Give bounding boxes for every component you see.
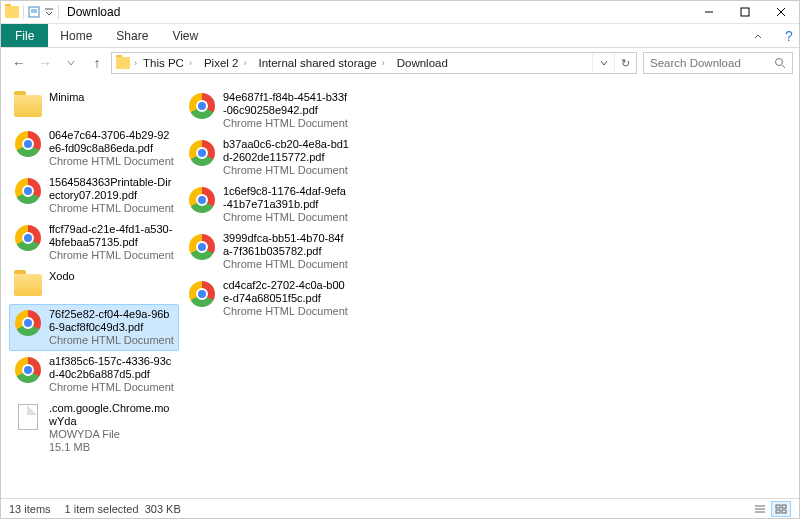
file-type: Chrome HTML Document <box>49 155 175 168</box>
ribbon-tabs: File Home Share View ? <box>1 24 799 48</box>
ribbon-collapse-button[interactable] <box>741 24 775 47</box>
refresh-button[interactable]: ↻ <box>614 53 636 73</box>
help-button[interactable]: ? <box>779 24 799 47</box>
address-bar[interactable]: › This PC› Pixel 2› Internal shared stor… <box>111 52 637 74</box>
file-type: Chrome HTML Document <box>49 334 175 347</box>
title-bar: Download <box>1 1 799 24</box>
minimize-button[interactable] <box>691 1 727 23</box>
file-type: Chrome HTML Document <box>223 164 349 177</box>
file-name: cd4caf2c-2702-4c0a-b00e-d74a68051f5c.pdf <box>223 279 349 305</box>
chrome-icon <box>189 140 215 166</box>
svg-rect-5 <box>741 8 749 16</box>
file-item[interactable]: b37aa0c6-cb20-4e8a-bd1d-2602de115772.pdf… <box>183 134 353 181</box>
svg-rect-16 <box>782 510 786 513</box>
file-item[interactable]: Xodo <box>9 266 179 304</box>
file-item[interactable]: ffcf79ad-c21e-4fd1-a530-4bfebaa57135.pdf… <box>9 219 179 266</box>
file-name: .com.google.Chrome.mowYda <box>49 402 175 428</box>
file-type: Chrome HTML Document <box>223 117 349 130</box>
file-type: Chrome HTML Document <box>223 211 349 224</box>
crumb-pixel-2[interactable]: Pixel 2› <box>198 53 253 73</box>
file-name: 76f25e82-cf04-4e9a-96b6-9acf8f0c49d3.pdf <box>49 308 175 334</box>
chrome-icon <box>15 131 41 157</box>
file-item[interactable]: .com.google.Chrome.mowYdaMOWYDA File15.1… <box>9 398 179 458</box>
nav-back-button[interactable]: ← <box>7 51 31 75</box>
file-name: 94e687f1-f84b-4541-b33f-06c90258e942.pdf <box>223 91 349 117</box>
file-type: Chrome HTML Document <box>223 305 349 318</box>
qat-dropdown-icon[interactable] <box>44 7 54 17</box>
file-name: 1564584363Printable-Directory07.2019.pdf <box>49 176 175 202</box>
details-view-button[interactable] <box>750 501 770 517</box>
qat-props-icon[interactable] <box>28 6 40 18</box>
file-item[interactable]: 94e687f1-f84b-4541-b33f-06c90258e942.pdf… <box>183 87 353 134</box>
file-item[interactable]: Minima <box>9 87 179 125</box>
file-pane[interactable]: Minima064e7c64-3706-4b29-92e6-fd09c8a86e… <box>1 79 799 498</box>
svg-point-8 <box>776 59 783 66</box>
chrome-icon <box>15 178 41 204</box>
maximize-button[interactable] <box>727 1 763 23</box>
file-name: Xodo <box>49 270 175 283</box>
file-type: Chrome HTML Document <box>223 258 349 271</box>
search-placeholder: Search Download <box>650 57 741 69</box>
close-button[interactable] <box>763 1 799 23</box>
tab-share[interactable]: Share <box>104 24 160 47</box>
tab-home[interactable]: Home <box>48 24 104 47</box>
file-item[interactable]: 76f25e82-cf04-4e9a-96b6-9acf8f0c49d3.pdf… <box>9 304 179 351</box>
status-bar: 13 items 1 item selected 303 KB <box>1 498 799 518</box>
status-item-count: 13 items <box>9 503 65 515</box>
file-type: Chrome HTML Document <box>49 381 175 394</box>
nav-up-button[interactable]: ↑ <box>85 51 109 75</box>
svg-line-9 <box>782 65 785 68</box>
file-item[interactable]: 1564584363Printable-Directory07.2019.pdf… <box>9 172 179 219</box>
tab-view[interactable]: View <box>160 24 210 47</box>
chrome-icon <box>189 234 215 260</box>
file-name: a1f385c6-157c-4336-93cd-40c2b6a887d5.pdf <box>49 355 175 381</box>
file-type: MOWYDA File <box>49 428 175 441</box>
chrome-icon <box>15 225 41 251</box>
window-icon <box>5 6 19 18</box>
chrome-icon <box>189 93 215 119</box>
file-item[interactable]: 3999dfca-bb51-4b70-84fa-7f361b035782.pdf… <box>183 228 353 275</box>
search-input[interactable]: Search Download <box>643 52 793 74</box>
file-name: 3999dfca-bb51-4b70-84fa-7f361b035782.pdf <box>223 232 349 258</box>
chrome-icon <box>189 187 215 213</box>
nav-recent-dropdown[interactable] <box>59 51 83 75</box>
file-type: Chrome HTML Document <box>49 202 175 215</box>
chrome-icon <box>189 281 215 307</box>
svg-rect-13 <box>776 505 780 508</box>
chrome-icon <box>15 310 41 336</box>
window-title: Download <box>63 5 120 19</box>
folder-icon <box>14 274 42 296</box>
nav-bar: ← → ↑ › This PC› Pixel 2› Internal share… <box>1 48 799 78</box>
file-icon <box>18 404 38 430</box>
crumb-internal-storage[interactable]: Internal shared storage› <box>252 53 390 73</box>
file-size: 15.1 MB <box>49 441 175 454</box>
file-name: Minima <box>49 91 175 104</box>
nav-forward-button[interactable]: → <box>33 51 57 75</box>
file-item[interactable]: cd4caf2c-2702-4c0a-b00e-d74a68051f5c.pdf… <box>183 275 353 322</box>
file-name: 1c6ef9c8-1176-4daf-9efa-41b7e71a391b.pdf <box>223 185 349 211</box>
folder-icon <box>14 95 42 117</box>
file-item[interactable]: 1c6ef9c8-1176-4daf-9efa-41b7e71a391b.pdf… <box>183 181 353 228</box>
crumb-download[interactable]: Download <box>391 53 454 73</box>
search-icon <box>774 57 786 69</box>
file-item[interactable]: a1f385c6-157c-4336-93cd-40c2b6a887d5.pdf… <box>9 351 179 398</box>
crumb-this-pc[interactable]: This PC› <box>137 53 198 73</box>
status-selection: 1 item selected 303 KB <box>65 503 195 515</box>
svg-rect-15 <box>776 510 780 513</box>
file-item[interactable]: 064e7c64-3706-4b29-92e6-fd09c8a86eda.pdf… <box>9 125 179 172</box>
file-tab[interactable]: File <box>1 24 48 47</box>
chrome-icon <box>15 357 41 383</box>
file-name: b37aa0c6-cb20-4e8a-bd1d-2602de115772.pdf <box>223 138 349 164</box>
file-name: 064e7c64-3706-4b29-92e6-fd09c8a86eda.pdf <box>49 129 175 155</box>
svg-rect-14 <box>782 505 786 508</box>
address-history-dropdown[interactable] <box>592 53 614 73</box>
file-type: Chrome HTML Document <box>49 249 175 262</box>
address-icon <box>116 57 130 69</box>
file-name: ffcf79ad-c21e-4fd1-a530-4bfebaa57135.pdf <box>49 223 175 249</box>
tiles-view-button[interactable] <box>771 501 791 517</box>
